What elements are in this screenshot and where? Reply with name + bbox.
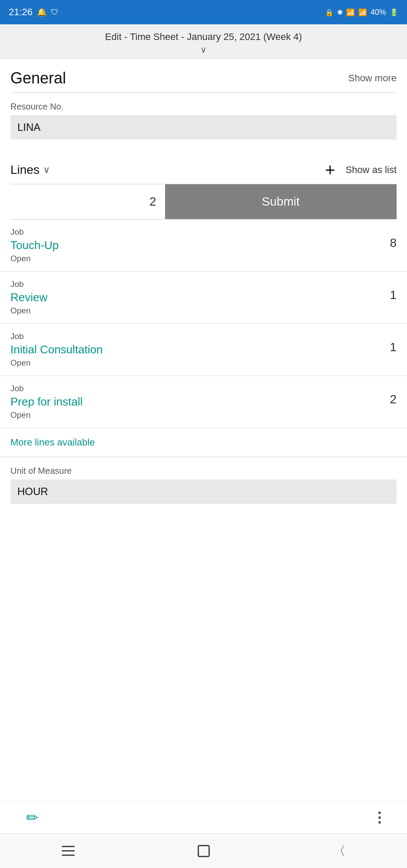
bluetooth-icon: ✱ (337, 8, 343, 17)
unit-of-measure-section: Unit of Measure HOUR (0, 457, 407, 504)
lines-title-text: Lines (10, 163, 40, 177)
more-lines-section: More lines available (0, 428, 407, 457)
resource-no-value[interactable]: LINA (10, 115, 397, 140)
add-line-button[interactable]: + (321, 161, 338, 179)
job-hours-0: 8 (390, 236, 397, 250)
general-section-title: General (10, 69, 66, 87)
wifi-icon: 📶 (346, 8, 355, 17)
resource-no-label: Resource No. (10, 102, 397, 112)
job-type-label-2: Job (10, 332, 103, 341)
list-item[interactable]: Job Initial Consultation Open 1 (0, 324, 407, 376)
edit-icon[interactable]: ✏ (26, 809, 38, 826)
chevron-down-icon[interactable]: ∨ (200, 44, 207, 55)
list-item[interactable]: Job Touch-Up Open 8 (0, 219, 407, 272)
unit-of-measure-value[interactable]: HOUR (10, 479, 397, 504)
show-more-button[interactable]: Show more (348, 73, 397, 84)
submit-row: 2 Submit (10, 184, 397, 219)
submit-button[interactable]: Submit (165, 184, 397, 219)
more-lines-link[interactable]: More lines available (10, 437, 95, 448)
shield-icon: 🛡 (51, 8, 59, 17)
lock-icon: 🔒 (325, 8, 334, 17)
dot-1 (378, 811, 381, 814)
job-type-label-0: Job (10, 227, 59, 237)
recent-apps-icon[interactable] (62, 846, 75, 856)
time-display: 21:26 (9, 7, 33, 18)
list-item[interactable]: Job Prep for install Open 2 (0, 376, 407, 428)
status-bar: 21:26 🔔 🛡 🔒 ✱ 📶 📶 40% 🔋 (0, 0, 407, 24)
back-icon[interactable]: 〈 (333, 843, 345, 859)
lines-title-group[interactable]: Lines ∨ (10, 163, 50, 177)
battery-display: 40% (371, 8, 386, 17)
header-bar: Edit - Time Sheet - January 25, 2021 (We… (0, 24, 407, 59)
dot-2 (378, 816, 381, 819)
general-section-header: General Show more (0, 59, 407, 93)
submit-number: 2 (10, 184, 165, 219)
job-status-3: Open (10, 410, 83, 420)
show-as-list-button[interactable]: Show as list (346, 164, 397, 176)
job-hours-1: 1 (390, 288, 397, 302)
home-icon[interactable] (198, 845, 210, 857)
unit-of-measure-label: Unit of Measure (10, 466, 397, 476)
job-name-0: Touch-Up (10, 239, 59, 252)
status-right: 🔒 ✱ 📶 📶 40% 🔋 (325, 8, 398, 17)
job-type-label-1: Job (10, 279, 47, 289)
job-type-label-3: Job (10, 384, 83, 393)
notification-icon: 🔔 (37, 7, 46, 17)
job-item-left-2: Job Initial Consultation Open (10, 332, 103, 368)
bottom-toolbar: ✏ (0, 801, 407, 833)
job-name-3: Prep for install (10, 395, 83, 409)
battery-icon: 🔋 (390, 8, 398, 17)
resource-no-group: Resource No. LINA (0, 93, 407, 144)
job-status-1: Open (10, 306, 47, 316)
job-name-1: Review (10, 291, 47, 304)
lines-section-header: Lines ∨ + Show as list (0, 153, 407, 184)
lines-actions: + Show as list (321, 161, 397, 179)
dot-3 (378, 821, 381, 824)
main-content: General Show more Resource No. LINA Line… (0, 59, 407, 504)
more-options-button[interactable] (378, 811, 381, 824)
page-title: Edit - Time Sheet - January 25, 2021 (We… (105, 31, 302, 43)
job-item-left-0: Job Touch-Up Open (10, 227, 59, 263)
android-nav-bar: 〈 (0, 833, 407, 868)
job-item-left-3: Job Prep for install Open (10, 384, 83, 420)
status-left: 21:26 🔔 🛡 (9, 7, 59, 18)
job-item-left-1: Job Review Open (10, 279, 47, 316)
job-status-2: Open (10, 358, 103, 368)
job-hours-2: 1 (390, 340, 397, 354)
lines-chevron-icon: ∨ (43, 164, 50, 176)
job-status-0: Open (10, 254, 59, 263)
list-item[interactable]: Job Review Open 1 (0, 272, 407, 324)
job-name-2: Initial Consultation (10, 343, 103, 356)
signal-icon: 📶 (358, 8, 367, 17)
job-hours-3: 2 (390, 392, 397, 406)
